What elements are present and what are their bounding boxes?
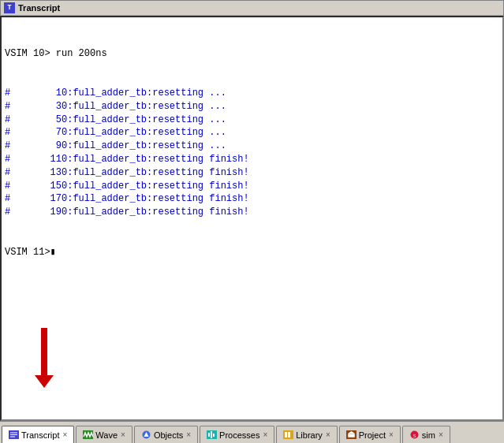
tab-label-wave: Wave (95, 430, 118, 440)
transcript-line: # 170:full_adder_tb:resetting finish! (5, 192, 499, 206)
tab-bar: Transcript×Wave×Objects×Processes×Librar… (0, 421, 504, 443)
transcript-line: # 90:full_adder_tb:resetting ... (5, 140, 499, 153)
transcript-line: # 10:full_adder_tb:resetting ... (5, 87, 499, 100)
tab-library[interactable]: Library× (276, 426, 337, 443)
transcript-content: VSIM 10> run 200ns # 10:full_adder_tb:re… (5, 20, 499, 285)
svg-rect-12 (285, 432, 287, 437)
transcript-line: # 150:full_adder_tb:resetting finish! (5, 180, 499, 193)
title-bar-title: Transcript (18, 3, 60, 13)
project-icon (346, 430, 357, 439)
wave-icon (83, 430, 93, 439)
tab-objects[interactable]: Objects× (134, 426, 198, 443)
tab-project[interactable]: Project× (339, 426, 401, 443)
arrow-head (35, 375, 54, 388)
tab-wave[interactable]: Wave× (76, 426, 133, 443)
tab-label-project: Project (359, 430, 386, 440)
title-bar-icon: T (4, 2, 15, 13)
arrow-indicator (35, 329, 54, 388)
transcript-area[interactable]: VSIM 10> run 200ns # 10:full_adder_tb:re… (0, 16, 504, 421)
tab-label-library: Library (296, 430, 323, 440)
svg-rect-10 (213, 434, 215, 437)
tab-close-wave[interactable]: × (121, 430, 125, 439)
svg-rect-13 (288, 432, 290, 437)
transcript-line: # 30:full_adder_tb:resetting ... (5, 100, 499, 114)
tab-label-transcript: Transcript (21, 430, 60, 440)
tab-close-sim[interactable]: × (439, 430, 443, 439)
library-icon (283, 430, 293, 439)
transcript-line: # 110:full_adder_tb:resetting finish! (5, 153, 499, 166)
tab-sim[interactable]: Ssim× (402, 426, 450, 443)
processes-icon (207, 430, 217, 439)
transcript-line: # 50:full_adder_tb:resetting ... (5, 114, 499, 127)
tab-close-project[interactable]: × (389, 430, 394, 439)
tab-processes[interactable]: Processes× (200, 426, 274, 443)
tab-transcript[interactable]: Transcript× (2, 426, 74, 443)
transcript-line: # 190:full_adder_tb:resetting finish! (5, 206, 499, 219)
tab-label-objects: Objects (154, 430, 183, 440)
transcript-line: # 130:full_adder_tb:resetting finish! (5, 166, 499, 180)
transcript-line: # 70:full_adder_tb:resetting ... (5, 126, 499, 140)
tab-label-sim: sim (422, 430, 435, 440)
prompt-line: VSIM 11>▮ (5, 246, 499, 259)
tab-label-processes: Processes (219, 430, 259, 440)
transcript-icon (9, 430, 19, 439)
svg-rect-15 (348, 434, 355, 437)
command-line: VSIM 10> run 200ns (5, 47, 499, 61)
svg-rect-8 (208, 433, 210, 437)
tab-close-objects[interactable]: × (186, 430, 191, 439)
tab-close-processes[interactable]: × (263, 430, 267, 439)
title-bar: T Transcript (0, 0, 504, 16)
tab-close-transcript[interactable]: × (63, 430, 68, 439)
svg-text:S: S (413, 434, 416, 438)
objects-icon (141, 430, 151, 439)
tab-close-library[interactable]: × (326, 430, 330, 439)
sim-icon: S (409, 430, 420, 439)
arrow-stem (41, 328, 47, 375)
svg-rect-9 (211, 431, 212, 438)
